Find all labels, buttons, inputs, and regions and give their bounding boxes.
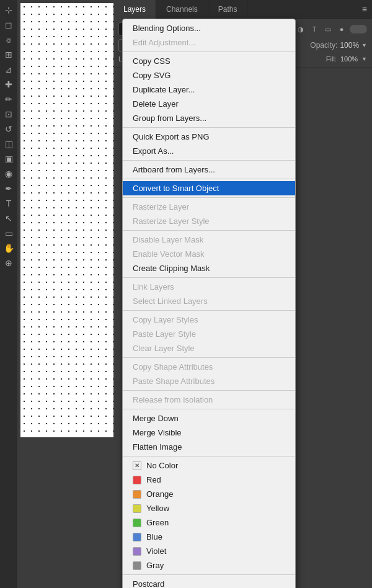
menu-item-green[interactable]: Green: [123, 515, 295, 530]
menu-item-flatten-image[interactable]: Flatten Image: [123, 440, 295, 454]
menu-item-paste-shape-attributes: Paste Shape Attributes: [123, 374, 295, 388]
menu-item-quick-export-png[interactable]: Quick Export as PNG: [123, 130, 295, 144]
menu-item-group-from-layers[interactable]: Group from Layers...: [123, 111, 295, 125]
menu-item-delete-layer[interactable]: Delete Layer: [123, 97, 295, 111]
menu-separator-sep1: [123, 51, 295, 52]
menu-item-red[interactable]: Red: [123, 473, 295, 487]
brush-tool-icon[interactable]: ✏: [2, 92, 16, 106]
stamp-tool-icon[interactable]: ⊡: [2, 107, 16, 121]
zoom-tool-icon[interactable]: ⊕: [2, 256, 16, 270]
menu-separator-sep11: [123, 409, 295, 409]
color-swatch-orange: [133, 490, 141, 499]
history-tool-icon[interactable]: ↺: [2, 122, 16, 136]
heal-tool-icon[interactable]: ✚: [2, 78, 16, 91]
tab-bar: Layers Channels Paths ≡: [113, 0, 372, 19]
menu-separator-sep12: [123, 456, 295, 457]
canvas-area: [17, 0, 113, 588]
opacity-row: Opacity: 100% ▼: [310, 41, 367, 50]
menu-separator-sep6: [123, 230, 295, 231]
menu-item-orange[interactable]: Orange: [123, 487, 295, 501]
menu-label-red: Red: [146, 475, 161, 484]
fill-value[interactable]: 100%: [340, 55, 358, 63]
menu-item-copy-css[interactable]: Copy CSS: [123, 54, 295, 68]
select-tool-icon[interactable]: ◻: [2, 18, 16, 32]
opacity-value[interactable]: 100%: [340, 41, 359, 50]
menu-item-link-layers: Link Layers: [123, 280, 295, 294]
color-swatch-yellow: [133, 504, 141, 513]
menu-label-green: Green: [146, 518, 169, 527]
color-swatch-green: [133, 519, 141, 527]
menu-item-select-linked-layers: Select Linked Layers: [123, 294, 295, 308]
menu-item-gray[interactable]: Gray: [123, 558, 295, 572]
left-toolbar: ⊹ ◻ ⌾ ⊞ ⊿ ✚ ✏ ⊡ ↺ ◫ ▣ ◉ ✒ T ↖ ▭ ✋ ⊕: [0, 0, 17, 588]
context-menu: Blending Options...Edit Adjustment...Cop…: [122, 19, 296, 588]
menu-item-convert-smart-object[interactable]: Convert to Smart Object: [123, 181, 295, 195]
menu-item-blending-options[interactable]: Blending Options...: [123, 21, 295, 35]
fill-label: Fill:: [326, 55, 337, 63]
canvas-image: [20, 3, 113, 437]
filter-toggle[interactable]: [350, 25, 367, 33]
crop-tool-icon[interactable]: ⊞: [2, 48, 16, 61]
lasso-tool-icon[interactable]: ⌾: [2, 33, 16, 47]
menu-item-release-from-isolation: Release from Isolation: [123, 393, 295, 407]
menu-label-violet: Violet: [146, 546, 166, 556]
menu-item-copy-svg[interactable]: Copy SVG: [123, 68, 295, 82]
menu-item-disable-layer-mask: Disable Layer Mask: [123, 233, 295, 247]
menu-label-orange: Orange: [146, 489, 173, 499]
menu-item-copy-layer-styles: Copy Layer Styles: [123, 313, 295, 327]
pen-tool-icon[interactable]: ✒: [2, 182, 16, 195]
filter-icon-shape[interactable]: ▭: [322, 24, 334, 35]
menu-item-no-color[interactable]: ✕No Color: [123, 458, 295, 473]
menu-label-blue: Blue: [146, 532, 162, 541]
menu-item-artboard-from-layers[interactable]: Artboard from Layers...: [123, 163, 295, 177]
menu-item-yellow[interactable]: Yellow: [123, 501, 295, 515]
tab-layers[interactable]: Layers: [113, 0, 156, 19]
menu-separator-sep4: [123, 179, 295, 179]
tab-paths[interactable]: Paths: [208, 0, 248, 19]
color-swatch-gray: [133, 561, 141, 570]
menu-item-violet[interactable]: Violet: [123, 544, 295, 558]
menu-label-no-color: No Color: [146, 461, 178, 470]
move-tool-icon[interactable]: ⊹: [2, 3, 16, 17]
menu-item-enable-vector-mask: Enable Vector Mask: [123, 247, 295, 261]
menu-separator-sep10: [123, 390, 295, 391]
menu-item-merge-visible[interactable]: Merge Visible: [123, 425, 295, 440]
menu-item-paste-layer-style: Paste Layer Style: [123, 327, 295, 341]
color-swatch-blue: [133, 533, 141, 541]
filter-icon-type[interactable]: T: [309, 24, 320, 35]
menu-separator-sep7: [123, 277, 295, 278]
filter-icon-smart[interactable]: ●: [336, 24, 347, 35]
shape-tool-icon[interactable]: ▭: [2, 226, 16, 240]
menu-label-gray: Gray: [146, 561, 164, 570]
menu-separator-sep3: [123, 160, 295, 161]
menu-item-blue[interactable]: Blue: [123, 530, 295, 544]
gradient-tool-icon[interactable]: ▣: [2, 152, 16, 166]
menu-item-export-as[interactable]: Export As...: [123, 144, 295, 158]
menu-separator-sep2: [123, 127, 295, 128]
menu-item-clear-layer-style: Clear Layer Style: [123, 341, 295, 355]
hand-tool-icon[interactable]: ✋: [2, 241, 16, 255]
menu-item-copy-shape-attributes: Copy Shape Attributes: [123, 360, 295, 374]
menu-item-duplicate-layer[interactable]: Duplicate Layer...: [123, 82, 295, 97]
filter-icon-adjust[interactable]: ◑: [295, 24, 306, 35]
tab-channels[interactable]: Channels: [156, 0, 208, 19]
menu-label-yellow: Yellow: [146, 504, 169, 513]
panel-menu-button[interactable]: ≡: [362, 4, 367, 14]
color-swatch-red: [133, 476, 141, 484]
menu-item-create-clipping-mask[interactable]: Create Clipping Mask: [123, 261, 295, 275]
menu-separator-sep13: [123, 574, 295, 575]
path-select-icon[interactable]: ↖: [2, 212, 16, 225]
type-tool-icon[interactable]: T: [2, 197, 16, 210]
menu-separator-sep9: [123, 357, 295, 358]
eraser-tool-icon[interactable]: ◫: [2, 137, 16, 151]
menu-separator-sep5: [123, 197, 295, 198]
menu-item-merge-down[interactable]: Merge Down: [123, 411, 295, 425]
fill-arrow: ▼: [361, 56, 367, 62]
blur-tool-icon[interactable]: ◉: [2, 167, 16, 180]
right-panel: Layers Channels Paths ≡ 🔍 Kind ▼ ⊡ ◑ T ▭…: [113, 0, 372, 588]
opacity-arrow: ▼: [361, 42, 367, 48]
eyedropper-tool-icon[interactable]: ⊿: [2, 63, 16, 76]
menu-item-postcard[interactable]: Postcard: [123, 577, 295, 588]
menu-separator-sep8: [123, 310, 295, 311]
no-color-icon: ✕: [133, 461, 141, 470]
